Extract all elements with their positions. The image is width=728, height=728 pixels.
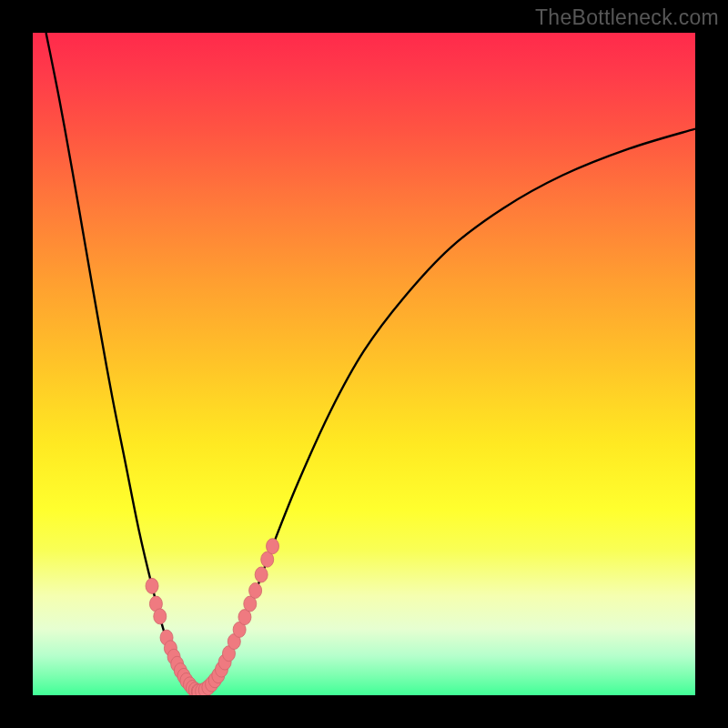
plot-area (33, 33, 695, 695)
curve-layer (33, 33, 695, 695)
left-branch-curve (46, 33, 198, 692)
bead-marker (146, 578, 158, 593)
bead-marker (267, 539, 279, 554)
bead-marker (255, 567, 268, 582)
bead-marker (154, 609, 167, 624)
watermark-text: TheBottleneck.com (535, 5, 719, 30)
bead-marker (249, 582, 262, 598)
bead-layer (146, 539, 279, 695)
right-branch-curve (198, 129, 695, 693)
chart-frame: TheBottleneck.com (0, 0, 728, 728)
